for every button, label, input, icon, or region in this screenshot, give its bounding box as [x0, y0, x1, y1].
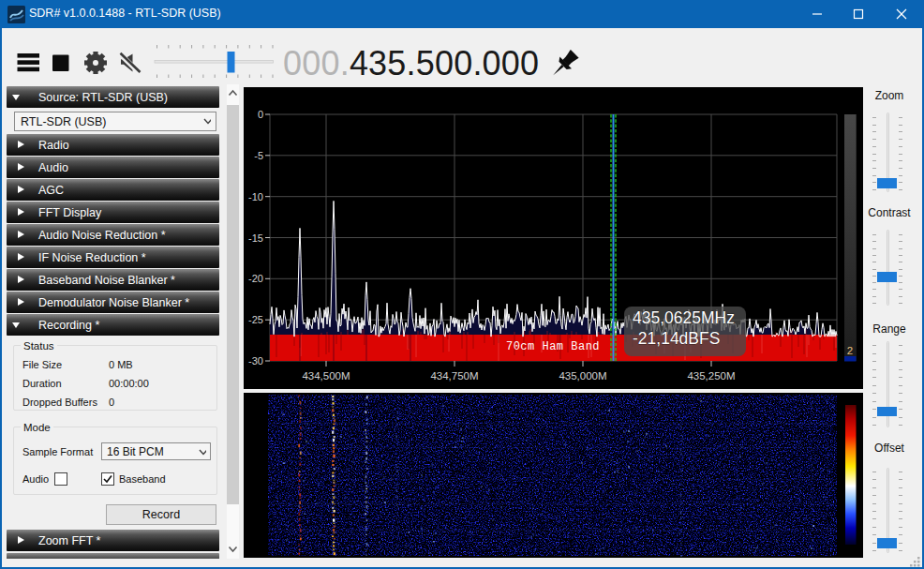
svg-text:0: 0 — [258, 109, 263, 120]
svg-text:435,000M: 435,000M — [559, 370, 606, 382]
svg-text:-20: -20 — [248, 273, 263, 284]
svg-text:2: 2 — [847, 345, 853, 356]
svg-text:-25: -25 — [248, 314, 263, 325]
svg-text:434,500M: 434,500M — [302, 370, 350, 382]
svg-text:-5: -5 — [254, 150, 263, 161]
svg-text:434,750M: 434,750M — [430, 370, 478, 382]
svg-text:435,0625MHz: 435,0625MHz — [633, 308, 735, 327]
svg-text:435,250M: 435,250M — [687, 370, 735, 382]
svg-text:-15: -15 — [248, 232, 263, 244]
svg-text:-21,14dBFS: -21,14dBFS — [633, 329, 720, 348]
svg-text:70cm Ham Band: 70cm Ham Band — [506, 340, 600, 353]
svg-text:-30: -30 — [248, 355, 263, 367]
svg-text:-10: -10 — [248, 191, 263, 202]
